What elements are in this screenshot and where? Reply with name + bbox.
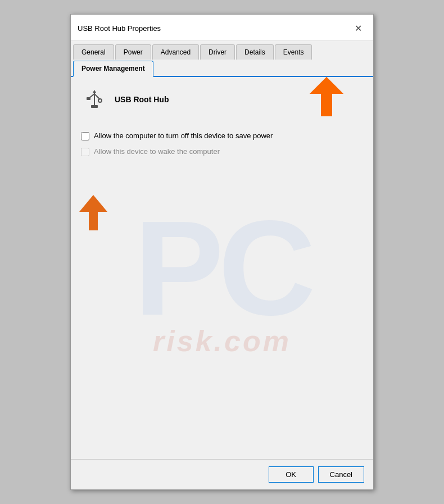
window-title: USB Root Hub Properties (78, 24, 161, 33)
tab-general[interactable]: General (73, 44, 114, 60)
dialog-window: USB Root Hub Properties ✕ General Power … (70, 14, 374, 490)
svg-rect-5 (87, 97, 90, 100)
title-bar: USB Root Hub Properties ✕ (71, 15, 373, 41)
arrow-wake-checkbox-icon (76, 192, 110, 231)
close-button[interactable]: ✕ (350, 20, 366, 36)
svg-marker-8 (93, 90, 96, 93)
usb-icon (81, 86, 108, 113)
tab-power[interactable]: Power (115, 44, 151, 60)
watermark-risk-text: risk.com (153, 324, 291, 358)
svg-marker-9 (79, 195, 107, 230)
allow-turnoff-checkbox[interactable] (81, 132, 89, 140)
allow-wake-label: Allow this device to wake the computer (94, 147, 220, 157)
svg-point-7 (98, 99, 102, 102)
device-name-label: USB Root Hub (115, 95, 169, 104)
footer: OK Cancel (71, 459, 373, 489)
device-header: USB Root Hub (81, 86, 363, 120)
checkbox-row-1: Allow the computer to turn off this devi… (81, 131, 363, 141)
cancel-button[interactable]: Cancel (318, 466, 364, 483)
allow-turnoff-label[interactable]: Allow the computer to turn off this devi… (94, 131, 273, 141)
tab-advanced[interactable]: Advanced (152, 44, 199, 60)
tab-power-management[interactable]: Power Management (73, 61, 153, 77)
ok-button[interactable]: OK (269, 466, 314, 483)
options-section: Allow the computer to turn off this devi… (81, 131, 363, 157)
watermark-pc-text: PC (134, 201, 310, 335)
checkbox-row-2: Allow this device to wake the computer (81, 147, 363, 157)
tab-driver[interactable]: Driver (200, 44, 235, 60)
tab-details[interactable]: Details (236, 44, 274, 60)
content-area: USB Root Hub PC risk.com Allow the compu… (71, 77, 373, 459)
svg-rect-2 (91, 105, 98, 108)
watermark: PC risk.com (71, 122, 373, 437)
tab-events[interactable]: Events (275, 44, 312, 60)
tab-bar: General Power Advanced Driver Details Ev… (71, 41, 373, 77)
allow-wake-checkbox[interactable] (81, 148, 89, 156)
